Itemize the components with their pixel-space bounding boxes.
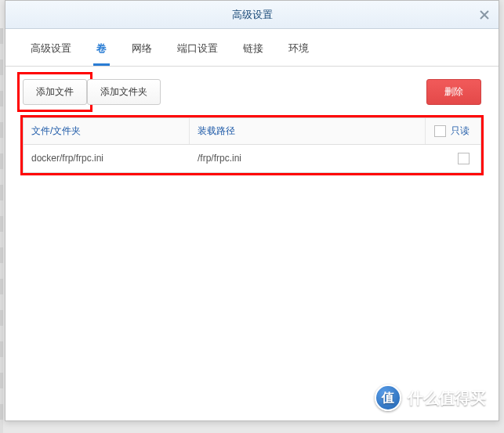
footer: 值 什么值得买 <box>5 381 499 414</box>
table-header: 文件/文件夹 装载路径 只读 <box>24 118 480 145</box>
tab-ports[interactable]: 端口设置 <box>174 37 221 66</box>
highlight-add-file: 添加文件 <box>17 72 92 112</box>
brand-text: 什么值得买 <box>408 388 486 409</box>
close-icon[interactable] <box>477 7 492 23</box>
tab-env[interactable]: 环境 <box>285 37 312 66</box>
watermark: 值 什么值得买 <box>375 384 486 411</box>
volume-table: 文件/文件夹 装载路径 只读 docker/frp/frpc.ini /frp/… <box>23 117 481 173</box>
readonly-checkbox[interactable] <box>458 153 470 164</box>
brand-badge-icon: 值 <box>375 384 401 411</box>
cell-mount: /frp/frpc.ini <box>190 145 426 172</box>
tabs: 高级设置 卷 网络 端口设置 链接 环境 <box>5 29 499 67</box>
col-readonly[interactable]: 只读 <box>426 118 480 144</box>
add-folder-button[interactable]: 添加文件夹 <box>87 79 161 105</box>
cell-readonly <box>426 145 480 172</box>
tab-volume[interactable]: 卷 <box>93 37 110 66</box>
dialog-title: 高级设置 <box>232 8 273 22</box>
titlebar: 高级设置 <box>5 1 499 29</box>
readonly-header-checkbox[interactable] <box>434 125 446 137</box>
advanced-settings-dialog: 高级设置 高级设置 卷 网络 端口设置 链接 环境 添加文件 添加文件夹 删除 … <box>5 0 499 421</box>
col-path[interactable]: 文件/文件夹 <box>24 118 190 144</box>
toolbar: 添加文件 添加文件夹 删除 <box>5 67 499 113</box>
add-file-button[interactable]: 添加文件 <box>23 79 87 105</box>
window-edge <box>0 28 3 433</box>
col-readonly-label: 只读 <box>451 124 470 138</box>
col-mount[interactable]: 装载路径 <box>190 118 426 144</box>
cell-path: docker/frp/frpc.ini <box>24 145 190 172</box>
table-row[interactable]: docker/frp/frpc.ini /frp/frpc.ini <box>24 145 480 172</box>
tab-links[interactable]: 链接 <box>240 37 267 66</box>
tab-advanced[interactable]: 高级设置 <box>27 37 74 66</box>
tab-network[interactable]: 网络 <box>129 37 155 66</box>
delete-button[interactable]: 删除 <box>426 79 481 105</box>
